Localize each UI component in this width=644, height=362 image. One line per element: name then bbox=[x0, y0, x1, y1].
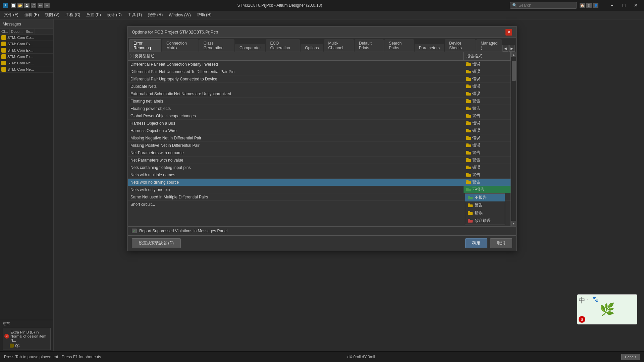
row-description: Floating net labels bbox=[128, 98, 464, 104]
row-description: Harness Object on a Bus bbox=[128, 120, 464, 126]
table-row[interactable]: Floating net labels 警告 bbox=[128, 98, 511, 105]
redo-icon[interactable]: ↪ bbox=[44, 3, 50, 8]
table-row-dropdown[interactable]: Nets with only one pin 不报告 不报告 bbox=[128, 186, 511, 193]
tab-connection-matrix[interactable]: Connection Matrix bbox=[162, 39, 199, 52]
scroll-thumb[interactable] bbox=[512, 61, 516, 81]
table-row[interactable]: Harness Object on a Wire 错误 bbox=[128, 127, 511, 134]
menu-tools[interactable]: 工具 (T) bbox=[125, 11, 145, 18]
panels-button[interactable]: Panels bbox=[621, 354, 640, 360]
status-dropdown: 不报告 警告 错误 bbox=[465, 193, 505, 225]
table-row[interactable]: External and Schematic Net Names are Uns… bbox=[128, 90, 511, 98]
status-text: 警告 bbox=[472, 98, 480, 104]
table-row[interactable]: Duplicate Nets 错误 bbox=[128, 83, 511, 90]
table-row-selected[interactable]: Nets with no driving source 警告 bbox=[128, 179, 511, 186]
workspace: Messages Cl... Docu... So... STM: Com Co… bbox=[0, 19, 644, 351]
tab-search-paths[interactable]: Search Paths bbox=[384, 39, 414, 52]
row-status: 错误 bbox=[464, 83, 511, 90]
row-description: Floating power objects bbox=[128, 106, 464, 112]
row-description: Net Parameters with no name bbox=[128, 150, 464, 156]
dropdown-label: 致命错误 bbox=[475, 218, 491, 224]
folder-icon bbox=[468, 196, 473, 199]
search-input[interactable] bbox=[519, 3, 572, 8]
close-button[interactable]: ✕ bbox=[631, 2, 641, 9]
notification-thumbnail: 🌿 S 中 · 🐾 bbox=[577, 294, 637, 324]
new-icon[interactable]: 📄 bbox=[11, 3, 16, 8]
user-icon[interactable]: 👤 bbox=[593, 3, 598, 8]
status-text: 错误 bbox=[472, 142, 480, 148]
menu-place[interactable]: 放置 (P) bbox=[84, 11, 103, 18]
folder-icon bbox=[468, 203, 473, 207]
open-icon[interactable]: 📂 bbox=[17, 3, 23, 8]
row-description: Nets with multiple names bbox=[128, 172, 464, 178]
cancel-button[interactable]: 取消 bbox=[490, 238, 512, 248]
table-row[interactable]: Differential Pair Unproperly Connected t… bbox=[128, 75, 511, 83]
menu-edit[interactable]: 编辑 (E) bbox=[22, 11, 42, 18]
menu-file[interactable]: 文件 (F) bbox=[1, 11, 21, 18]
status-text: 错误 bbox=[472, 128, 480, 133]
menu-help[interactable]: 帮助 (H) bbox=[194, 11, 214, 18]
table-row[interactable]: Short circuit... 错误 bbox=[128, 201, 511, 208]
table-row[interactable]: Net Parameters with no name 警告 bbox=[128, 149, 511, 157]
dialog-title-bar: Options for PCB Project STM32C8T6.PrjPcb… bbox=[128, 26, 516, 38]
set-default-button[interactable]: 设置成安装缺省 (D) bbox=[132, 238, 181, 248]
table-row[interactable]: Missing Negative Net in Differential Pai… bbox=[128, 134, 511, 142]
tab-default-prints[interactable]: Default Prints bbox=[355, 39, 384, 52]
menu-window[interactable]: Window (W) bbox=[166, 12, 193, 18]
tab-error-reporting[interactable]: Error Reporting bbox=[129, 39, 161, 52]
tab-options[interactable]: Options bbox=[301, 44, 323, 52]
menu-design[interactable]: 设计 (D) bbox=[104, 11, 124, 18]
dropdown-item-warning[interactable]: 警告 bbox=[465, 201, 505, 209]
ok-button[interactable]: 确定 bbox=[465, 238, 487, 248]
status-center: dX:0mil dY:0mil bbox=[347, 355, 375, 359]
undo-icon[interactable]: ↩ bbox=[38, 3, 43, 8]
table-row[interactable]: Floating power objects 警告 bbox=[128, 105, 511, 112]
dropdown-item-fatal[interactable]: 致命错误 bbox=[465, 217, 505, 225]
scroll-down-button[interactable]: ▼ bbox=[511, 221, 517, 226]
row-description: Net Parameters with no value bbox=[128, 157, 464, 163]
menu-report[interactable]: 报告 (R) bbox=[145, 11, 165, 18]
table-row[interactable]: Same Net used in Multiple Differential P… bbox=[128, 193, 511, 201]
dropdown-item-no-report[interactable]: 不报告 bbox=[465, 194, 505, 201]
table-row[interactable]: Differential Pair Net Connection Polarit… bbox=[128, 61, 511, 68]
tab-scroll-left[interactable]: ◀ bbox=[502, 45, 508, 52]
status-text: 警告 bbox=[472, 150, 480, 156]
print-icon[interactable]: 🖨 bbox=[31, 3, 36, 8]
search-box[interactable]: 🔍 bbox=[510, 2, 577, 9]
scroll-up-button[interactable]: ▲ bbox=[511, 52, 517, 57]
status-text: 错误 bbox=[472, 91, 480, 97]
table-row[interactable]: Nets with multiple names 警告 bbox=[128, 171, 511, 179]
suppress-checkbox[interactable]: ✓ bbox=[132, 229, 137, 233]
scroll-track[interactable] bbox=[512, 57, 516, 221]
table-row[interactable]: Nets containing floating input pins 错误 bbox=[128, 164, 511, 171]
table-row[interactable]: Global Power-Object scope changes 警告 bbox=[128, 112, 511, 120]
table-row[interactable]: Missing Positive Net in Differential Pai… bbox=[128, 142, 511, 149]
status-text: 错误 bbox=[472, 120, 480, 126]
tab-parameters[interactable]: Parameters bbox=[415, 44, 444, 52]
table-row[interactable]: Harness Object on a Bus 错误 bbox=[128, 120, 511, 127]
status-text: 警告 bbox=[472, 106, 480, 111]
dialog-close-button[interactable]: ✕ bbox=[505, 29, 512, 36]
tab-device-sheets[interactable]: Device Sheets bbox=[445, 39, 476, 52]
tab-scroll-right[interactable]: ▶ bbox=[509, 45, 515, 52]
folder-icon bbox=[466, 143, 471, 147]
minimize-button[interactable]: − bbox=[606, 2, 617, 9]
table-row[interactable]: Differential Pair Net Unconnected To Dif… bbox=[128, 68, 511, 75]
save-icon[interactable]: 💾 bbox=[24, 3, 30, 8]
menu-view[interactable]: 视图 (V) bbox=[42, 11, 62, 18]
tab-class-generation[interactable]: Class Generation bbox=[199, 39, 234, 52]
menu-project[interactable]: 工程 (C) bbox=[63, 11, 83, 18]
right-scrollbar[interactable]: ▲ ▼ bbox=[511, 52, 516, 226]
menu-bar: 文件 (F) 编辑 (E) 视图 (V) 工程 (C) 放置 (P) 设计 (D… bbox=[0, 11, 644, 19]
tab-comparator[interactable]: Comparator bbox=[235, 44, 265, 52]
tab-managed[interactable]: Managed ( bbox=[476, 39, 502, 52]
table-row[interactable]: Net Parameters with no value 警告 bbox=[128, 157, 511, 164]
dropdown-item-error[interactable]: 错误 bbox=[465, 209, 505, 217]
maximize-button[interactable]: □ bbox=[619, 2, 629, 9]
tab-multi-channel[interactable]: Multi-Channel bbox=[324, 39, 354, 52]
row-description: Same Net used in Multiple Differential P… bbox=[128, 194, 464, 200]
tab-eco-generation[interactable]: ECO Generation bbox=[266, 39, 300, 52]
folder-icon bbox=[466, 92, 471, 96]
row-description: External and Schematic Net Names are Uns… bbox=[128, 91, 464, 97]
settings-icon[interactable]: ⚙ bbox=[586, 3, 592, 8]
home-icon[interactable]: 🏠 bbox=[580, 3, 585, 8]
